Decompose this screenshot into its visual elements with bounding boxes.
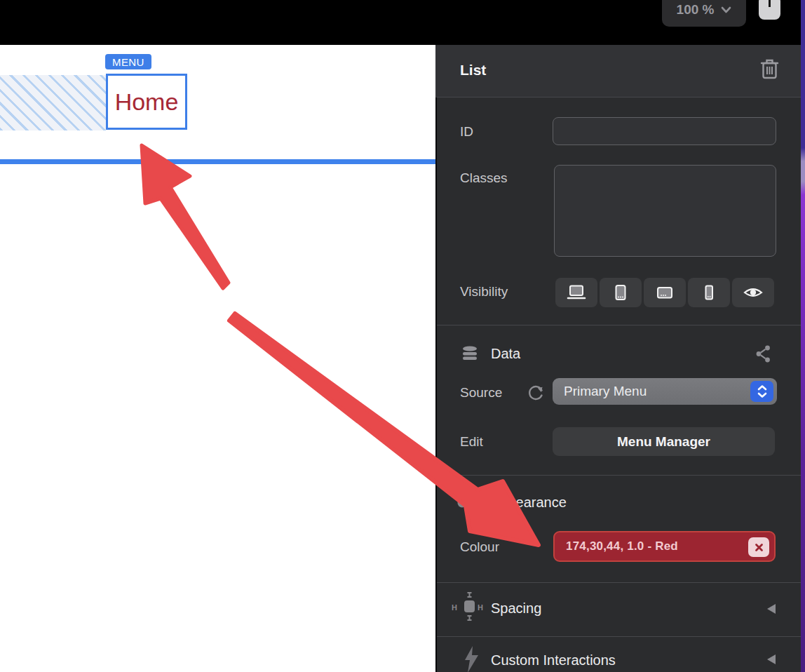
selection-badge: MENU: [105, 54, 151, 69]
visibility-tablet-button[interactable]: [600, 278, 642, 307]
lightning-icon: [462, 646, 482, 672]
stepper-button[interactable]: [750, 381, 773, 402]
colour-label: Colour: [460, 539, 499, 555]
id-label: ID: [460, 124, 473, 140]
selection-badge-label: MENU: [112, 56, 144, 68]
classes-input[interactable]: [554, 165, 776, 257]
top-toolbar: 100 %: [0, 0, 805, 45]
source-label: Source: [460, 385, 502, 401]
zoom-level-value: 100 %: [677, 2, 715, 18]
clear-colour-button[interactable]: [748, 537, 769, 557]
interactions-section-title: Custom Interactions: [491, 652, 616, 668]
design-canvas[interactable]: [0, 45, 435, 672]
spacing-section-title: Spacing: [491, 600, 541, 617]
zoom-level-dropdown[interactable]: 100 %: [662, 0, 746, 27]
chevron-down-icon: [721, 6, 731, 13]
appearance-icon: [456, 497, 468, 509]
eye-icon: [743, 284, 764, 301]
menu-item-home-label: Home: [115, 88, 179, 116]
id-input[interactable]: [553, 117, 776, 145]
spacing-icon: H H: [451, 590, 487, 626]
inspector-header: [435, 45, 801, 98]
trash-icon[interactable]: [760, 58, 779, 80]
phone-icon: [699, 284, 719, 301]
collapse-triangle-icon[interactable]: [767, 654, 776, 664]
classes-label: Classes: [460, 170, 508, 186]
inspector-title: List: [460, 62, 486, 79]
chevron-up-down-icon: [757, 384, 768, 398]
mouse-icon[interactable]: [759, 0, 780, 20]
tablet-icon: [611, 284, 630, 301]
selection-outline-line: [0, 159, 435, 164]
edit-label: Edit: [460, 434, 483, 450]
source-select-value: Primary Menu: [564, 384, 647, 399]
visibility-toggle-button[interactable]: [732, 278, 774, 307]
refresh-icon[interactable]: [527, 384, 546, 402]
visibility-tablet-landscape-button[interactable]: [644, 278, 686, 307]
collapse-triangle-icon[interactable]: [767, 604, 776, 614]
wallpaper-edge: [801, 0, 805, 672]
visibility-label: Visibility: [460, 284, 508, 300]
divider: [437, 636, 801, 637]
visibility-desktop-button[interactable]: [555, 278, 597, 307]
mouse-notch: [769, 0, 771, 7]
data-section-title: Data: [491, 346, 520, 362]
source-select[interactable]: Primary Menu: [553, 378, 777, 405]
tablet-landscape-icon: [655, 284, 675, 301]
divider: [437, 582, 801, 583]
menu-manager-button[interactable]: Menu Manager: [553, 427, 775, 456]
menu-item-home[interactable]: Home: [106, 74, 187, 130]
share-icon[interactable]: [755, 344, 772, 363]
app-window: 100 % MENU Home List ID Classes Visibili…: [0, 0, 805, 672]
divider: [437, 97, 801, 98]
visibility-phone-button[interactable]: [688, 278, 730, 307]
svg-text:H: H: [452, 603, 457, 612]
database-icon: [461, 345, 479, 363]
divider: [437, 475, 801, 476]
svg-text:H: H: [478, 603, 483, 612]
menu-placeholder-hatch: [0, 75, 106, 130]
close-icon: [755, 543, 764, 552]
colour-value: 174,30,44, 1.0 - Red: [566, 539, 678, 553]
divider: [437, 325, 801, 325]
colour-swatch[interactable]: 174,30,44, 1.0 - Red: [553, 531, 776, 562]
appearance-section-title: Appearance: [491, 495, 567, 511]
laptop-icon: [567, 284, 586, 301]
